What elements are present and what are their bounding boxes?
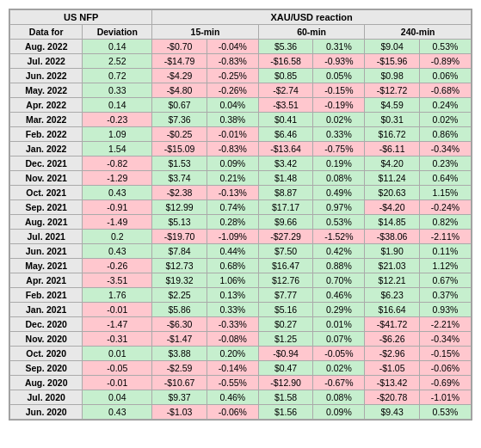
m240-pct-cell: -0.06% <box>419 361 471 376</box>
deviation-cell: 1.09 <box>83 127 152 142</box>
m15-value-cell: $9.37 <box>152 390 207 405</box>
m240-pct-cell: 0.24% <box>419 98 471 113</box>
deviation-cell: 0.33 <box>83 83 152 98</box>
m15-value-cell: -$0.25 <box>152 127 207 142</box>
m240-pct-cell: 0.82% <box>419 215 471 230</box>
m240-pct-cell: -0.69% <box>419 376 471 390</box>
table-row: Jul. 20222.52-$14.79-0.83%-$16.58-0.93%-… <box>10 54 472 69</box>
m240-pct-cell: -2.11% <box>419 230 471 244</box>
table-row: Apr. 20220.14$0.670.04%-$3.51-0.19%$4.59… <box>10 98 472 113</box>
table-body: Aug. 20220.14-$0.70-0.04%$5.360.31%$9.04… <box>10 40 472 420</box>
m15-value-cell: $3.88 <box>152 347 207 361</box>
table-row: May. 20220.33-$4.80-0.26%-$2.74-0.15%-$1… <box>10 83 472 98</box>
deviation-cell: -0.23 <box>83 113 152 127</box>
m240-value-cell: $4.59 <box>365 98 420 113</box>
date-cell: Aug. 2022 <box>10 40 83 54</box>
m240-value-cell: -$15.96 <box>365 54 420 69</box>
table-row: Dec. 2021-0.82$1.530.09%$3.420.19%$4.200… <box>10 156 472 171</box>
m60-value-cell: $16.47 <box>258 259 313 273</box>
date-cell: Nov. 2021 <box>10 171 83 186</box>
table-row: Jun. 20220.72-$4.29-0.25%$0.850.05%$0.98… <box>10 69 472 83</box>
date-cell: Sep. 2021 <box>10 200 83 215</box>
date-cell: Aug. 2020 <box>10 376 83 390</box>
date-cell: Apr. 2022 <box>10 98 83 113</box>
m60-pct-cell: 0.02% <box>313 361 365 376</box>
m60-value-cell: $1.56 <box>258 405 313 420</box>
m15-pct-cell: 0.20% <box>207 347 258 361</box>
m15-value-cell: $12.99 <box>152 200 207 215</box>
m240-value-cell: -$20.78 <box>365 390 420 405</box>
deviation-cell: 2.52 <box>83 54 152 69</box>
date-cell: Mar. 2022 <box>10 113 83 127</box>
m240-pct-cell: 0.93% <box>419 303 471 317</box>
m240-value-cell: $16.72 <box>365 127 420 142</box>
m60-value-cell: -$0.94 <box>258 347 313 361</box>
m60-value-cell: $0.85 <box>258 69 313 83</box>
m60-value-cell: $8.87 <box>258 186 313 200</box>
m15-pct-cell: -0.04% <box>207 40 258 54</box>
table-row: Jan. 20221.54-$15.09-0.83%-$13.64-0.75%-… <box>10 142 472 156</box>
m240-value-cell: $20.63 <box>365 186 420 200</box>
deviation-cell: -3.51 <box>83 273 152 288</box>
header-group-row: US NFP XAU/USD reaction <box>10 10 472 25</box>
m60-value-cell: $6.46 <box>258 127 313 142</box>
m240-pct-cell: 0.37% <box>419 288 471 303</box>
min60-header: 60-min <box>258 25 365 40</box>
m240-pct-cell: 0.64% <box>419 171 471 186</box>
table-row: Nov. 2021-1.29$3.740.21%$1.480.08%$11.24… <box>10 171 472 186</box>
m60-pct-cell: 0.42% <box>313 244 365 259</box>
deviation-cell: 0.04 <box>83 390 152 405</box>
table-row: Feb. 20211.76$2.250.13%$7.770.46%$6.230.… <box>10 288 472 303</box>
m15-pct-cell: 0.04% <box>207 98 258 113</box>
m60-pct-cell: 0.02% <box>313 113 365 127</box>
m240-pct-cell: 0.11% <box>419 244 471 259</box>
m240-pct-cell: -0.24% <box>419 200 471 215</box>
m60-pct-cell: -0.93% <box>313 54 365 69</box>
m15-value-cell: $5.13 <box>152 215 207 230</box>
m60-value-cell: $1.58 <box>258 390 313 405</box>
deviation-cell: -0.01 <box>83 303 152 317</box>
m60-pct-cell: 0.88% <box>313 259 365 273</box>
table-row: Jul. 20210.2-$19.70-1.09%-$27.29-1.52%-$… <box>10 230 472 244</box>
m15-value-cell: $19.32 <box>152 273 207 288</box>
deviation-cell: -0.91 <box>83 200 152 215</box>
m240-pct-cell: 0.23% <box>419 156 471 171</box>
date-cell: May. 2022 <box>10 83 83 98</box>
deviation-cell: -0.26 <box>83 259 152 273</box>
m240-value-cell: -$6.11 <box>365 142 420 156</box>
m15-value-cell: -$15.09 <box>152 142 207 156</box>
m60-value-cell: $5.36 <box>258 40 313 54</box>
date-cell: Sep. 2020 <box>10 361 83 376</box>
m15-pct-cell: 0.68% <box>207 259 258 273</box>
date-cell: Jul. 2020 <box>10 390 83 405</box>
deviation-cell: 0.01 <box>83 347 152 361</box>
table-row: Sep. 2020-0.05-$2.59-0.14%$0.470.02%-$1.… <box>10 361 472 376</box>
m240-pct-cell: -0.15% <box>419 347 471 361</box>
m60-value-cell: -$16.58 <box>258 54 313 69</box>
table-row: Apr. 2021-3.51$19.321.06%$12.760.70%$12.… <box>10 273 472 288</box>
m240-value-cell: $6.23 <box>365 288 420 303</box>
m60-value-cell: $0.27 <box>258 317 313 332</box>
m60-pct-cell: -0.19% <box>313 98 365 113</box>
m60-pct-cell: 0.29% <box>313 303 365 317</box>
m15-value-cell: $0.67 <box>152 98 207 113</box>
m60-pct-cell: 0.33% <box>313 127 365 142</box>
m15-pct-cell: -1.09% <box>207 230 258 244</box>
m60-pct-cell: 0.53% <box>313 215 365 230</box>
m60-pct-cell: -1.52% <box>313 230 365 244</box>
m15-pct-cell: 0.44% <box>207 244 258 259</box>
m60-pct-cell: 0.70% <box>313 273 365 288</box>
sub-header-row: Data for Deviation 15-min 60-min 240-min <box>10 25 472 40</box>
date-cell: Apr. 2021 <box>10 273 83 288</box>
m60-value-cell: $17.17 <box>258 200 313 215</box>
m240-value-cell: -$13.42 <box>365 376 420 390</box>
m15-value-cell: -$2.59 <box>152 361 207 376</box>
deviation-cell: -1.49 <box>83 215 152 230</box>
date-cell: Aug. 2021 <box>10 215 83 230</box>
m240-pct-cell: 0.06% <box>419 69 471 83</box>
table-row: May. 2021-0.26$12.730.68%$16.470.88%$21.… <box>10 259 472 273</box>
table-row: Oct. 20200.01$3.880.20%-$0.94-0.05%-$2.9… <box>10 347 472 361</box>
date-cell: Nov. 2020 <box>10 332 83 347</box>
m240-value-cell: $14.85 <box>365 215 420 230</box>
m240-value-cell: -$4.20 <box>365 200 420 215</box>
